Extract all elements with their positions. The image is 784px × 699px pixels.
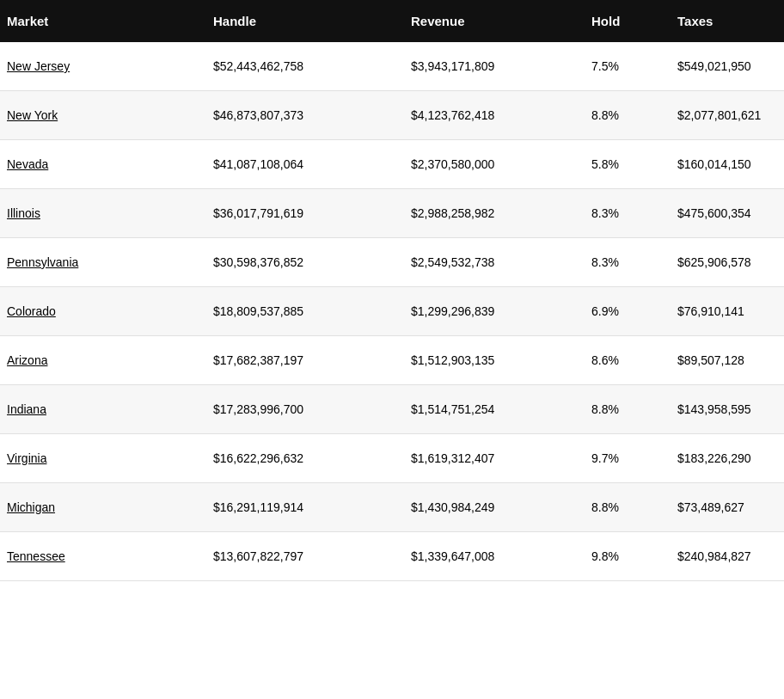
cell-handle: $36,017,791,619 — [213, 206, 411, 220]
cell-handle: $13,607,822,797 — [213, 549, 411, 563]
cell-hold: 8.8% — [591, 500, 677, 514]
cell-hold: 8.3% — [591, 255, 677, 269]
market-link[interactable]: Indiana — [7, 402, 46, 416]
cell-market[interactable]: Arizona — [7, 353, 213, 367]
cell-market[interactable]: Colorado — [7, 304, 213, 318]
cell-taxes: $183,226,290 — [677, 451, 777, 465]
header-hold: Hold — [591, 14, 677, 28]
cell-taxes: $143,958,595 — [677, 402, 777, 416]
cell-taxes: $625,906,578 — [677, 255, 777, 269]
cell-revenue: $1,430,984,249 — [411, 500, 591, 514]
market-link[interactable]: Pennsylvania — [7, 255, 78, 269]
table-row: Michigan $16,291,119,914 $1,430,984,249 … — [0, 483, 784, 532]
cell-taxes: $160,014,150 — [677, 157, 777, 171]
table-row: Nevada $41,087,108,064 $2,370,580,000 5.… — [0, 140, 784, 189]
cell-handle: $17,283,996,700 — [213, 402, 411, 416]
market-link[interactable]: Virginia — [7, 451, 46, 465]
table-row: Indiana $17,283,996,700 $1,514,751,254 8… — [0, 385, 784, 434]
table-row: Colorado $18,809,537,885 $1,299,296,839 … — [0, 287, 784, 336]
table-header: Market Handle Revenue Hold Taxes — [0, 0, 784, 42]
cell-market[interactable]: Pennsylvania — [7, 255, 213, 269]
cell-handle: $16,291,119,914 — [213, 500, 411, 514]
market-link[interactable]: Michigan — [7, 500, 55, 514]
cell-taxes: $76,910,141 — [677, 304, 777, 318]
cell-hold: 8.3% — [591, 206, 677, 220]
table-row: New York $46,873,807,373 $4,123,762,418 … — [0, 91, 784, 140]
table-row: Tennessee $13,607,822,797 $1,339,647,008… — [0, 532, 784, 581]
sports-betting-table: Market Handle Revenue Hold Taxes New Jer… — [0, 0, 784, 581]
header-handle: Handle — [213, 14, 411, 28]
cell-market[interactable]: Michigan — [7, 500, 213, 514]
cell-revenue: $1,339,647,008 — [411, 549, 591, 563]
cell-market[interactable]: New Jersey — [7, 59, 213, 73]
cell-revenue: $3,943,171,809 — [411, 59, 591, 73]
cell-revenue: $1,514,751,254 — [411, 402, 591, 416]
market-link[interactable]: Arizona — [7, 353, 47, 367]
cell-taxes: $2,077,801,621 — [677, 108, 777, 122]
cell-taxes: $549,021,950 — [677, 59, 777, 73]
table-row: New Jersey $52,443,462,758 $3,943,171,80… — [0, 42, 784, 91]
cell-revenue: $1,619,312,407 — [411, 451, 591, 465]
cell-market[interactable]: Tennessee — [7, 549, 213, 563]
market-link[interactable]: New Jersey — [7, 59, 70, 73]
cell-taxes: $89,507,128 — [677, 353, 777, 367]
cell-handle: $18,809,537,885 — [213, 304, 411, 318]
cell-taxes: $73,489,627 — [677, 500, 777, 514]
cell-revenue: $2,988,258,982 — [411, 206, 591, 220]
cell-handle: $16,622,296,632 — [213, 451, 411, 465]
header-market: Market — [7, 14, 213, 28]
cell-taxes: $475,600,354 — [677, 206, 777, 220]
market-link[interactable]: New York — [7, 108, 58, 122]
cell-revenue: $4,123,762,418 — [411, 108, 591, 122]
cell-hold: 9.7% — [591, 451, 677, 465]
cell-hold: 8.6% — [591, 353, 677, 367]
market-link[interactable]: Illinois — [7, 206, 40, 220]
cell-market[interactable]: New York — [7, 108, 213, 122]
cell-market[interactable]: Virginia — [7, 451, 213, 465]
cell-handle: $41,087,108,064 — [213, 157, 411, 171]
header-revenue: Revenue — [411, 14, 591, 28]
cell-revenue: $1,512,903,135 — [411, 353, 591, 367]
cell-hold: 8.8% — [591, 108, 677, 122]
cell-handle: $46,873,807,373 — [213, 108, 411, 122]
cell-revenue: $2,549,532,738 — [411, 255, 591, 269]
cell-revenue: $2,370,580,000 — [411, 157, 591, 171]
table-row: Illinois $36,017,791,619 $2,988,258,982 … — [0, 189, 784, 238]
table-row: Pennsylvania $30,598,376,852 $2,549,532,… — [0, 238, 784, 287]
table-body: New Jersey $52,443,462,758 $3,943,171,80… — [0, 42, 784, 581]
cell-hold: 5.8% — [591, 157, 677, 171]
market-link[interactable]: Colorado — [7, 304, 56, 318]
cell-handle: $17,682,387,197 — [213, 353, 411, 367]
cell-hold: 6.9% — [591, 304, 677, 318]
cell-market[interactable]: Indiana — [7, 402, 213, 416]
cell-hold: 9.8% — [591, 549, 677, 563]
table-row: Arizona $17,682,387,197 $1,512,903,135 8… — [0, 336, 784, 385]
cell-market[interactable]: Illinois — [7, 206, 213, 220]
table-row: Virginia $16,622,296,632 $1,619,312,407 … — [0, 434, 784, 483]
cell-revenue: $1,299,296,839 — [411, 304, 591, 318]
cell-handle: $52,443,462,758 — [213, 59, 411, 73]
cell-hold: 8.8% — [591, 402, 677, 416]
market-link[interactable]: Tennessee — [7, 549, 65, 563]
cell-hold: 7.5% — [591, 59, 677, 73]
cell-market[interactable]: Nevada — [7, 157, 213, 171]
cell-taxes: $240,984,827 — [677, 549, 777, 563]
market-link[interactable]: Nevada — [7, 157, 48, 171]
header-taxes: Taxes — [677, 14, 777, 28]
cell-handle: $30,598,376,852 — [213, 255, 411, 269]
